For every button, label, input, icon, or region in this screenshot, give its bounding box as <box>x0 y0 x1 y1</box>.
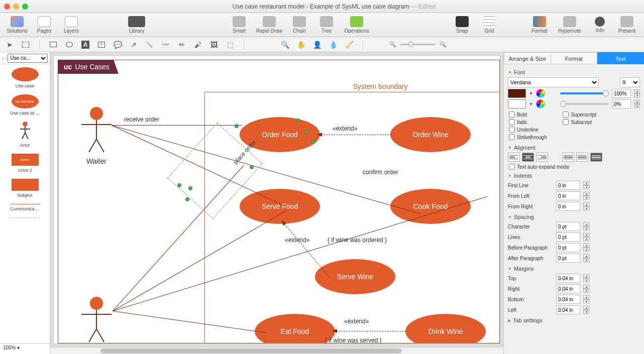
horizontal-scrollbar[interactable] <box>50 347 503 354</box>
section-spacing[interactable]: Spacing <box>508 214 640 220</box>
divider-tool[interactable]: ＼ <box>145 40 154 49</box>
opacity-input-1[interactable] <box>612 89 631 98</box>
extend-drinkwine[interactable] <box>336 331 406 331</box>
maximize-button[interactable] <box>22 4 28 10</box>
section-margins[interactable]: Margins <box>508 266 640 272</box>
eyedropper-tool[interactable]: 💧 <box>329 40 338 49</box>
brush-tool[interactable]: 🖌 <box>193 40 202 49</box>
uc-cook-food[interactable]: Cook Food <box>390 189 471 224</box>
align-center-button[interactable] <box>522 153 534 162</box>
section-indents[interactable]: Indents <box>508 173 640 179</box>
opacity-input-2[interactable] <box>612 99 631 108</box>
stamp-tool[interactable]: 👤 <box>312 40 321 49</box>
close-button[interactable] <box>4 4 10 10</box>
grid-button[interactable]: Grid <box>477 15 501 36</box>
pages-button[interactable]: Pages <box>32 15 56 36</box>
align-left-button[interactable] <box>508 153 520 162</box>
shape-actor[interactable]: Actor <box>0 122 50 148</box>
extend-orderwine[interactable] <box>321 135 391 135</box>
snap-button[interactable]: Snap <box>450 15 474 36</box>
uc-serve-wine[interactable]: Serve Wine <box>315 259 395 294</box>
callout-tool[interactable]: 💬 <box>113 40 122 49</box>
superscript-checkbox[interactable] <box>563 111 569 117</box>
opacity-slider-2[interactable] <box>560 103 609 105</box>
info-button[interactable]: Info <box>588 15 612 36</box>
hand-tool[interactable]: ✋ <box>296 40 305 49</box>
tab-arrange[interactable]: Arrange & Size <box>504 52 551 64</box>
actor-customer[interactable] <box>81 297 112 344</box>
section-alignment[interactable]: Aligment <box>508 145 640 151</box>
shapes-tool[interactable]: ⬚ <box>226 40 235 49</box>
indent-right-input[interactable] <box>556 202 580 211</box>
zoom-slider[interactable]: 🔍 🔍 <box>389 41 447 48</box>
textbox-tool[interactable]: T <box>97 40 106 49</box>
bg-color-swatch[interactable] <box>508 99 526 108</box>
eraser-tool[interactable]: 🧹 <box>345 40 354 49</box>
valign-mid-button[interactable] <box>576 153 588 162</box>
spacing-before-input[interactable] <box>556 243 580 252</box>
italic-checkbox[interactable] <box>509 119 515 125</box>
uc-serve-food[interactable]: Serve Food <box>240 189 320 224</box>
line-tool[interactable]: ↗ <box>129 40 138 49</box>
library-button[interactable]: Library <box>125 15 149 36</box>
format-button[interactable]: Format <box>527 15 552 36</box>
pen-tool[interactable]: ✏ <box>177 40 186 49</box>
strike-checkbox[interactable] <box>509 134 515 140</box>
layers-button[interactable]: Layers <box>59 15 83 36</box>
text-tool[interactable]: A <box>81 40 90 49</box>
zoom-tool[interactable]: 🔍 <box>280 40 289 49</box>
actor-waiter[interactable]: Waiter <box>81 107 112 165</box>
text-color-swatch[interactable] <box>508 89 526 98</box>
rect-tool[interactable] <box>49 40 58 49</box>
auto-expand-checkbox[interactable] <box>509 164 515 170</box>
valign-top-button[interactable] <box>562 153 574 162</box>
nav-fwd-button[interactable]: › <box>5 55 7 61</box>
indent-first-input[interactable] <box>556 181 580 190</box>
shape-usecase-with-name[interactable]: Use Case NameUse case wi ... <box>0 94 50 115</box>
shape-subject[interactable]: Subject <box>0 179 50 198</box>
margin-top-input[interactable] <box>556 274 580 283</box>
nav-back-button[interactable]: ‹ <box>2 55 4 61</box>
zoom-readout[interactable]: 100% ▾ <box>0 343 50 354</box>
underline-checkbox[interactable] <box>509 127 515 133</box>
valign-bottom-button[interactable] <box>590 153 602 162</box>
smart-button[interactable]: Smart <box>227 15 251 36</box>
margin-bottom-input[interactable] <box>556 295 580 304</box>
oval-tool[interactable] <box>65 40 74 49</box>
solutions-button[interactable]: Solutions <box>5 15 29 36</box>
spacing-lines-input[interactable] <box>556 232 580 242</box>
section-font[interactable]: Font <box>508 69 640 75</box>
section-tab-settings[interactable]: Tab settings <box>508 317 640 323</box>
tab-text[interactable]: Text <box>597 52 644 64</box>
pointer-tool[interactable]: ➤ <box>5 40 14 49</box>
margin-right-input[interactable] <box>556 284 580 293</box>
font-family-select[interactable]: Verdana <box>508 77 599 87</box>
align-right-button[interactable] <box>536 153 548 162</box>
hypernote-button[interactable]: Hypernote <box>555 15 585 36</box>
subscript-checkbox[interactable] <box>563 119 569 125</box>
image-tool[interactable]: 🖼 <box>209 40 219 49</box>
tree-button[interactable]: Tree <box>314 15 339 36</box>
opacity-slider-1[interactable] <box>560 92 609 94</box>
margin-left-input[interactable] <box>556 305 580 314</box>
indent-left-input[interactable] <box>556 191 580 200</box>
shape-usecase[interactable]: Use case <box>0 67 50 88</box>
present-button[interactable]: Present <box>615 15 639 36</box>
canvas[interactable]: ucUse Cases System boundary Waiter Order… <box>53 55 500 344</box>
shape-communication[interactable]: Communica ... <box>0 204 50 211</box>
tab-format[interactable]: Format <box>551 52 598 64</box>
zoom-in-icon[interactable]: 🔍 <box>440 41 447 48</box>
font-size-select[interactable]: 9 <box>620 77 640 87</box>
curve-tool[interactable]: 〰 <box>161 40 170 49</box>
zoom-out-icon[interactable]: 🔍 <box>389 41 396 48</box>
spacing-after-input[interactable] <box>556 254 580 263</box>
uc-order-wine[interactable]: Order Wine <box>390 117 471 152</box>
minimize-button[interactable] <box>13 4 19 10</box>
library-dropdown[interactable]: Use ca... <box>8 54 48 63</box>
conn-receive-order[interactable] <box>112 125 242 126</box>
shape-actor2[interactable]: «actor»Actor 2 <box>0 154 50 173</box>
spacing-char-input[interactable] <box>556 222 580 231</box>
operations-button[interactable]: Operations <box>342 15 372 36</box>
bg-color-picker-button[interactable] <box>536 99 545 108</box>
color-picker-button[interactable] <box>536 89 545 98</box>
